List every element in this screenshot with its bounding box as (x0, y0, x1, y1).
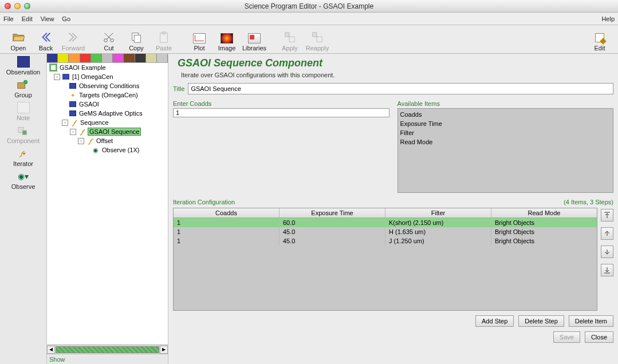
list-item[interactable]: Read Mode (400, 137, 611, 147)
menu-file[interactable]: File (3, 15, 14, 22)
delete-item-button[interactable]: Delete Item (569, 315, 613, 327)
image-icon (221, 33, 233, 43)
color-swatch[interactable] (91, 54, 102, 62)
libraries-button[interactable]: Libraries (241, 33, 268, 52)
table-cell[interactable]: Bright Objects (491, 236, 597, 246)
move-top-button[interactable] (601, 209, 613, 221)
tree-root[interactable]: GSAOI Example (47, 63, 168, 72)
folder-open-icon (12, 31, 25, 43)
color-swatch[interactable] (69, 54, 80, 62)
move-bottom-button[interactable] (601, 264, 613, 276)
palette-group[interactable]: Group (14, 79, 32, 98)
scroll-track[interactable] (56, 346, 159, 353)
menu-view[interactable]: View (41, 15, 54, 22)
menu-edit[interactable]: Edit (22, 15, 33, 22)
tree-node-offset[interactable]: -𝑓Offset (47, 136, 168, 145)
tree-hscrollbar[interactable]: ◀ ▶ (47, 345, 168, 354)
table-cell[interactable]: 1 (174, 227, 280, 236)
collapse-icon[interactable]: - (54, 74, 60, 80)
svg-rect-10 (18, 82, 25, 88)
main: Observation Group Note Component 𝑓▾ Iter… (0, 54, 618, 364)
coadds-input[interactable] (173, 108, 389, 117)
tree-node-sequence[interactable]: -𝑓Sequence (47, 118, 168, 127)
title-input[interactable] (188, 83, 613, 94)
table-row[interactable]: 145.0J (1.250 um)Bright Objects (174, 236, 597, 246)
image-button[interactable]: Image (213, 33, 241, 52)
table-row[interactable]: 160.0K(short) (2.150 um)Bright Objects (174, 218, 597, 227)
scroll-right-icon[interactable]: ▶ (160, 346, 168, 354)
scissors-icon (103, 31, 115, 43)
list-item[interactable]: Filter (400, 128, 611, 137)
table-cell[interactable]: 60.0 (280, 218, 385, 227)
color-swatch[interactable] (135, 54, 146, 62)
palette-group-label: Group (14, 92, 32, 98)
copy-button[interactable]: Copy (123, 31, 150, 52)
table-cell[interactable]: H (1.635 um) (385, 227, 491, 236)
table-cell[interactable]: J (1.250 um) (385, 236, 491, 246)
color-swatch[interactable] (157, 54, 168, 62)
table-cell[interactable]: K(short) (2.150 um) (385, 218, 491, 227)
tree-node-omegacen[interactable]: -[1] OmegaCen (47, 72, 168, 81)
plot-button[interactable]: Plot (186, 33, 213, 52)
image-label: Image (218, 45, 236, 52)
palette-observe[interactable]: ◉▾ Observe (11, 171, 36, 190)
back-button[interactable]: Back (32, 31, 60, 52)
color-swatch[interactable] (113, 54, 124, 62)
table-row[interactable]: 145.0H (1.635 um)Bright Objects (174, 227, 597, 236)
tree-node-gsaoi[interactable]: GSAOI (47, 100, 168, 109)
cut-button[interactable]: Cut (95, 31, 123, 52)
tree-node-observing-conditions[interactable]: Observing Conditions (47, 81, 168, 90)
move-up-button[interactable] (601, 227, 613, 240)
table-cell[interactable]: 1 (174, 218, 280, 227)
color-swatch[interactable] (58, 54, 69, 62)
tree-node-gems[interactable]: GeMS Adaptive Optics (47, 109, 168, 118)
list-item[interactable]: Coadds (400, 110, 611, 119)
table-cell[interactable]: Bright Objects (491, 227, 597, 236)
column-header[interactable]: Read Mode (491, 208, 597, 217)
collapse-icon[interactable]: - (62, 120, 68, 126)
open-button[interactable]: Open (5, 31, 32, 52)
available-items-list[interactable]: CoaddsExposure TimeFilterRead Mode (397, 108, 614, 193)
collapse-icon[interactable]: - (70, 129, 76, 135)
color-swatch[interactable] (124, 54, 135, 62)
iteration-table[interactable]: CoaddsExposure TimeFilterRead Mode 160.0… (173, 208, 597, 311)
column-header[interactable]: Filter (385, 208, 491, 217)
column-header[interactable]: Exposure Time (280, 208, 385, 217)
component-title: GSAOI Sequence Component (173, 56, 613, 69)
forward-icon (67, 31, 80, 43)
list-item[interactable]: Exposure Time (400, 119, 611, 128)
content-panel: GSAOI Sequence Component Iterate over GS… (168, 54, 618, 364)
show-filter-row[interactable]: Show (47, 354, 168, 364)
scroll-left-icon[interactable]: ◀ (47, 346, 55, 354)
menu-go[interactable]: Go (62, 15, 70, 22)
color-swatch[interactable] (102, 54, 113, 62)
table-cell[interactable]: 45.0 (280, 236, 385, 246)
tree-node-observe[interactable]: ◉Observe (1X) (47, 145, 168, 155)
table-cell[interactable]: Bright Objects (491, 218, 597, 227)
add-step-button[interactable]: Add Step (475, 315, 514, 327)
menubar: File Edit View Go Help (0, 13, 618, 25)
tree-node-gsaoi-sequence[interactable]: -𝑓GSAOI Sequence (47, 127, 168, 136)
delete-step-button[interactable]: Delete Step (518, 315, 564, 327)
note-icon (17, 102, 30, 113)
color-filter-strip[interactable] (47, 54, 168, 63)
collapse-icon[interactable]: - (78, 138, 84, 144)
table-cell[interactable]: 45.0 (280, 227, 385, 236)
palette-observation[interactable]: Observation (6, 56, 40, 76)
tree-node-targets[interactable]: ✦Targets (OmegaCen) (47, 90, 168, 100)
palette-iterator[interactable]: 𝑓▾ Iterator (13, 148, 33, 167)
forward-button: Forward (60, 31, 87, 52)
program-tree[interactable]: GSAOI Example -[1] OmegaCen Observing Co… (47, 63, 168, 345)
move-down-button[interactable] (601, 246, 613, 258)
color-swatch[interactable] (146, 54, 157, 62)
window-title: Science Program Editor - GSAOI Example (0, 2, 618, 10)
column-header[interactable]: Coadds (174, 208, 280, 217)
color-swatch[interactable] (47, 54, 58, 62)
table-cell[interactable]: 1 (174, 236, 280, 246)
menu-help[interactable]: Help (601, 15, 615, 22)
edit-button[interactable]: Edit (586, 32, 613, 52)
edit-label: Edit (595, 45, 605, 52)
iteration-config-label: Iteration Configuration (173, 199, 235, 205)
close-button[interactable]: Close (585, 331, 613, 343)
color-swatch[interactable] (80, 54, 91, 62)
